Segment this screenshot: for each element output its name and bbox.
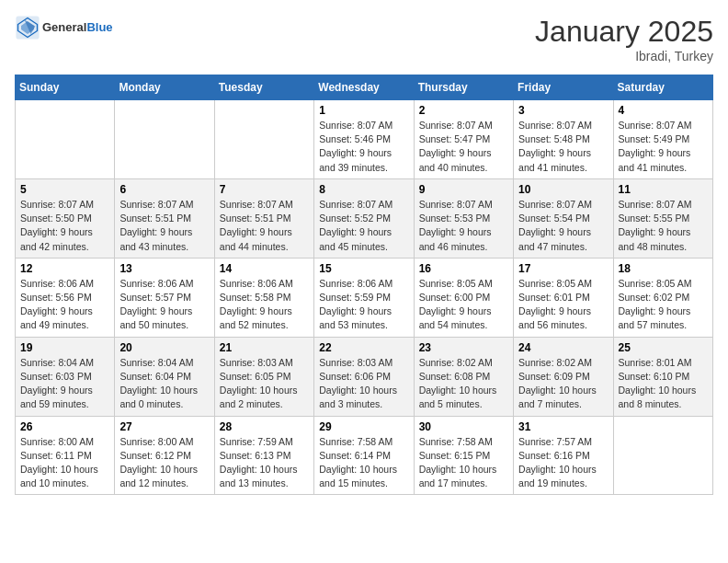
- day-info: Sunrise: 8:05 AM Sunset: 6:00 PM Dayligh…: [419, 277, 508, 333]
- calendar-week-row: 19Sunrise: 8:04 AM Sunset: 6:03 PM Dayli…: [16, 337, 713, 416]
- calendar-week-row: 1Sunrise: 8:07 AM Sunset: 5:46 PM Daylig…: [16, 100, 713, 179]
- calendar-cell: 23Sunrise: 8:02 AM Sunset: 6:08 PM Dayli…: [414, 337, 513, 416]
- day-info: Sunrise: 7:58 AM Sunset: 6:14 PM Dayligh…: [319, 435, 408, 491]
- day-info: Sunrise: 7:57 AM Sunset: 6:16 PM Dayligh…: [518, 435, 608, 491]
- day-number: 28: [220, 420, 309, 433]
- day-info: Sunrise: 7:58 AM Sunset: 6:15 PM Dayligh…: [419, 435, 508, 491]
- calendar-cell: 25Sunrise: 8:01 AM Sunset: 6:10 PM Dayli…: [613, 337, 712, 416]
- day-number: 21: [220, 341, 309, 354]
- day-info: Sunrise: 8:02 AM Sunset: 6:08 PM Dayligh…: [419, 356, 508, 412]
- day-info: Sunrise: 8:01 AM Sunset: 6:10 PM Dayligh…: [619, 356, 708, 412]
- day-info: Sunrise: 8:03 AM Sunset: 6:05 PM Dayligh…: [220, 356, 309, 412]
- day-number: 25: [619, 341, 708, 354]
- day-number: 14: [220, 262, 309, 275]
- calendar-week-row: 26Sunrise: 8:00 AM Sunset: 6:11 PM Dayli…: [16, 416, 713, 495]
- calendar-cell: 11Sunrise: 8:07 AM Sunset: 5:55 PM Dayli…: [613, 178, 712, 258]
- calendar-cell: 8Sunrise: 8:07 AM Sunset: 5:52 PM Daylig…: [314, 178, 414, 258]
- col-header-thursday: Thursday: [414, 75, 513, 100]
- calendar-cell: 12Sunrise: 8:06 AM Sunset: 5:56 PM Dayli…: [16, 258, 115, 337]
- day-info: Sunrise: 8:00 AM Sunset: 6:12 PM Dayligh…: [119, 435, 209, 491]
- calendar-cell: 13Sunrise: 8:06 AM Sunset: 5:57 PM Dayli…: [115, 258, 214, 337]
- calendar-week-row: 12Sunrise: 8:06 AM Sunset: 5:56 PM Dayli…: [16, 258, 713, 337]
- day-number: 11: [619, 183, 708, 196]
- day-info: Sunrise: 8:07 AM Sunset: 5:52 PM Dayligh…: [319, 198, 408, 254]
- day-info: Sunrise: 8:02 AM Sunset: 6:09 PM Dayligh…: [518, 356, 608, 412]
- col-header-sunday: Sunday: [16, 75, 115, 100]
- day-info: Sunrise: 8:06 AM Sunset: 5:56 PM Dayligh…: [20, 277, 109, 333]
- calendar-cell: 24Sunrise: 8:02 AM Sunset: 6:09 PM Dayli…: [514, 337, 613, 416]
- calendar-cell: 6Sunrise: 8:07 AM Sunset: 5:51 PM Daylig…: [115, 178, 214, 258]
- day-info: Sunrise: 8:07 AM Sunset: 5:48 PM Dayligh…: [518, 119, 608, 175]
- day-number: 17: [518, 262, 608, 275]
- day-number: 29: [319, 420, 408, 433]
- day-info: Sunrise: 8:07 AM Sunset: 5:53 PM Dayligh…: [419, 198, 508, 254]
- day-info: Sunrise: 8:04 AM Sunset: 6:04 PM Dayligh…: [119, 356, 209, 412]
- col-header-tuesday: Tuesday: [214, 75, 313, 100]
- day-number: 26: [20, 420, 109, 433]
- day-info: Sunrise: 8:07 AM Sunset: 5:47 PM Dayligh…: [419, 119, 508, 175]
- day-number: 3: [518, 104, 608, 117]
- day-number: 20: [119, 341, 209, 354]
- calendar-cell: 3Sunrise: 8:07 AM Sunset: 5:48 PM Daylig…: [514, 100, 613, 179]
- day-info: Sunrise: 8:07 AM Sunset: 5:49 PM Dayligh…: [619, 119, 708, 175]
- day-number: 4: [619, 104, 708, 117]
- day-number: 1: [319, 104, 408, 117]
- calendar-cell: 4Sunrise: 8:07 AM Sunset: 5:49 PM Daylig…: [613, 100, 712, 179]
- day-info: Sunrise: 8:06 AM Sunset: 5:57 PM Dayligh…: [119, 277, 209, 333]
- calendar-cell: [16, 100, 115, 179]
- day-number: 13: [119, 262, 209, 275]
- calendar-cell: 2Sunrise: 8:07 AM Sunset: 5:47 PM Daylig…: [414, 100, 513, 179]
- day-number: 15: [319, 262, 408, 275]
- logo: GeneralBlue: [15, 15, 113, 40]
- calendar-cell: 29Sunrise: 7:58 AM Sunset: 6:14 PM Dayli…: [314, 416, 414, 495]
- col-header-saturday: Saturday: [613, 75, 712, 100]
- day-info: Sunrise: 8:04 AM Sunset: 6:03 PM Dayligh…: [20, 356, 109, 412]
- day-info: Sunrise: 8:07 AM Sunset: 5:46 PM Dayligh…: [319, 119, 408, 175]
- day-info: Sunrise: 8:05 AM Sunset: 6:01 PM Dayligh…: [518, 277, 608, 333]
- calendar-cell: 27Sunrise: 8:00 AM Sunset: 6:12 PM Dayli…: [115, 416, 214, 495]
- calendar-cell: 16Sunrise: 8:05 AM Sunset: 6:00 PM Dayli…: [414, 258, 513, 337]
- day-number: 10: [518, 183, 608, 196]
- day-info: Sunrise: 8:07 AM Sunset: 5:51 PM Dayligh…: [119, 198, 209, 254]
- logo-general: General: [42, 20, 86, 34]
- calendar-cell: 18Sunrise: 8:05 AM Sunset: 6:02 PM Dayli…: [613, 258, 712, 337]
- day-info: Sunrise: 8:05 AM Sunset: 6:02 PM Dayligh…: [619, 277, 708, 333]
- calendar-cell: 17Sunrise: 8:05 AM Sunset: 6:01 PM Dayli…: [514, 258, 613, 337]
- day-number: 2: [419, 104, 508, 117]
- calendar-cell: 22Sunrise: 8:03 AM Sunset: 6:06 PM Dayli…: [314, 337, 414, 416]
- calendar-cell: 19Sunrise: 8:04 AM Sunset: 6:03 PM Dayli…: [16, 337, 115, 416]
- calendar-cell: 30Sunrise: 7:58 AM Sunset: 6:15 PM Dayli…: [414, 416, 513, 495]
- month-title: January 2025: [535, 15, 713, 49]
- logo-icon: [15, 15, 40, 40]
- col-header-monday: Monday: [115, 75, 214, 100]
- day-number: 24: [518, 341, 608, 354]
- calendar-cell: 28Sunrise: 7:59 AM Sunset: 6:13 PM Dayli…: [214, 416, 313, 495]
- calendar-cell: 9Sunrise: 8:07 AM Sunset: 5:53 PM Daylig…: [414, 178, 513, 258]
- logo-blue: Blue: [86, 20, 112, 34]
- day-number: 23: [419, 341, 508, 354]
- day-number: 5: [20, 183, 109, 196]
- day-number: 12: [20, 262, 109, 275]
- day-number: 27: [119, 420, 209, 433]
- calendar-header-row: SundayMondayTuesdayWednesdayThursdayFrid…: [16, 75, 713, 100]
- day-number: 30: [419, 420, 508, 433]
- calendar-cell: 5Sunrise: 8:07 AM Sunset: 5:50 PM Daylig…: [16, 178, 115, 258]
- day-info: Sunrise: 8:03 AM Sunset: 6:06 PM Dayligh…: [319, 356, 408, 412]
- calendar-cell: 10Sunrise: 8:07 AM Sunset: 5:54 PM Dayli…: [514, 178, 613, 258]
- title-block: January 2025 Ibradi, Turkey: [535, 15, 713, 63]
- calendar-table: SundayMondayTuesdayWednesdayThursdayFrid…: [15, 75, 713, 495]
- calendar-cell: 15Sunrise: 8:06 AM Sunset: 5:59 PM Dayli…: [314, 258, 414, 337]
- day-number: 8: [319, 183, 408, 196]
- day-info: Sunrise: 8:07 AM Sunset: 5:51 PM Dayligh…: [220, 198, 309, 254]
- calendar-week-row: 5Sunrise: 8:07 AM Sunset: 5:50 PM Daylig…: [16, 178, 713, 258]
- day-info: Sunrise: 8:06 AM Sunset: 5:59 PM Dayligh…: [319, 277, 408, 333]
- calendar-cell: [613, 416, 712, 495]
- day-number: 9: [419, 183, 508, 196]
- day-info: Sunrise: 8:07 AM Sunset: 5:50 PM Dayligh…: [20, 198, 109, 254]
- day-info: Sunrise: 8:00 AM Sunset: 6:11 PM Dayligh…: [20, 435, 109, 491]
- day-number: 19: [20, 341, 109, 354]
- calendar-cell: 20Sunrise: 8:04 AM Sunset: 6:04 PM Dayli…: [115, 337, 214, 416]
- calendar-cell: 14Sunrise: 8:06 AM Sunset: 5:58 PM Dayli…: [214, 258, 313, 337]
- day-number: 18: [619, 262, 708, 275]
- day-number: 31: [518, 420, 608, 433]
